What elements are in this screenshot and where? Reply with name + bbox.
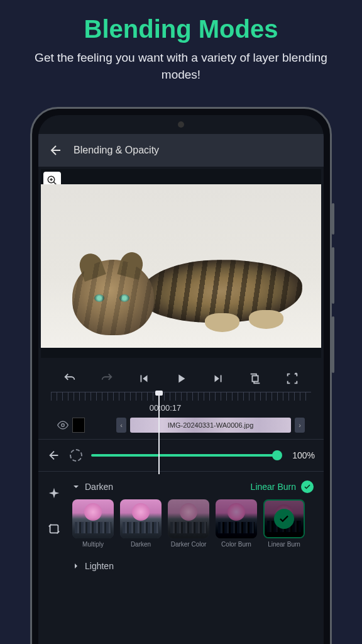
playhead[interactable]	[158, 392, 160, 474]
selected-blend-name: Linear Burn	[251, 482, 296, 492]
screen-title: Blending & Opacity	[74, 145, 159, 156]
blend-label: Multiply	[82, 541, 104, 555]
timecode: 00:00:17	[38, 403, 311, 413]
blend-label: Darken	[131, 541, 151, 555]
fullscreen-icon[interactable]	[285, 372, 299, 386]
blend-panel: Darken Linear Burn Multiply	[38, 471, 324, 577]
blend-options: Multiply Darken Darker Color Color Burn	[70, 499, 321, 555]
crop-icon[interactable]	[47, 522, 61, 536]
timeline-clip[interactable]: IMG-20240331-WA0006.jpg	[130, 418, 291, 433]
category-header[interactable]: Darken Linear Burn	[70, 478, 321, 499]
visibility-icon[interactable]	[57, 419, 69, 431]
blend-option-darken[interactable]: Darken	[119, 499, 163, 555]
skip-end-icon[interactable]	[211, 372, 225, 386]
svg-rect-3	[50, 525, 58, 533]
phone-frame: Blending & Opacity	[30, 107, 332, 644]
collapse-icon[interactable]	[72, 483, 80, 491]
blend-option-multiply[interactable]: Multiply	[71, 499, 115, 555]
back-arrow-icon[interactable]	[48, 143, 63, 158]
promo-subtitle: Get the feeling you want with a variety …	[0, 50, 362, 83]
sparkle-icon[interactable]	[47, 487, 61, 501]
clip-prev-icon[interactable]: ‹	[116, 418, 126, 433]
canvas-preview[interactable]	[41, 169, 321, 358]
blend-option-darker-color[interactable]: Darker Color	[167, 499, 211, 555]
blend-label: Color Burn	[221, 541, 251, 555]
opacity-slider[interactable]	[91, 454, 277, 457]
track-row: ‹ IMG-20240331-WA0006.jpg ›	[51, 418, 311, 433]
topbar: Blending & Opacity	[38, 134, 324, 167]
opacity-row: 100%	[38, 439, 324, 471]
blend-option-linear-burn[interactable]: Linear Burn	[262, 499, 306, 555]
track-thumb[interactable]	[72, 418, 85, 433]
expand-icon[interactable]	[72, 562, 80, 570]
timeline-ruler[interactable]	[51, 392, 311, 401]
blend-label: Linear Burn	[268, 541, 300, 555]
category-lighten[interactable]: Lighten	[70, 555, 321, 571]
phone-side-button	[332, 316, 334, 373]
opacity-icon	[70, 449, 82, 462]
svg-rect-1	[253, 375, 258, 381]
slider-thumb[interactable]	[272, 450, 282, 460]
back-arrow-icon[interactable]	[47, 448, 61, 462]
blend-option-color-burn[interactable]: Color Burn	[214, 499, 258, 555]
check-icon	[274, 509, 294, 529]
preview-image	[41, 184, 321, 348]
redo-icon[interactable]	[100, 372, 114, 386]
opacity-value: 100%	[286, 450, 315, 460]
play-icon[interactable]	[174, 372, 188, 386]
layers-icon[interactable]	[248, 372, 262, 386]
check-icon	[301, 480, 314, 493]
svg-point-2	[62, 424, 65, 427]
player-controls	[38, 360, 324, 392]
category-name: Lighten	[85, 561, 114, 571]
promo-title: Blending Modes	[0, 15, 362, 43]
side-tabs	[38, 472, 70, 577]
clip-next-icon[interactable]: ›	[295, 418, 305, 433]
skip-start-icon[interactable]	[137, 372, 151, 386]
blend-label: Darker Color	[171, 541, 207, 555]
timeline[interactable]: 00:00:17 ‹ IMG-20240331-WA0006.jpg ›	[38, 392, 324, 433]
category-name: Darken	[85, 482, 113, 492]
phone-side-button	[332, 203, 334, 235]
phone-side-button	[332, 247, 334, 304]
phone-camera	[178, 121, 184, 128]
undo-icon[interactable]	[63, 372, 77, 386]
